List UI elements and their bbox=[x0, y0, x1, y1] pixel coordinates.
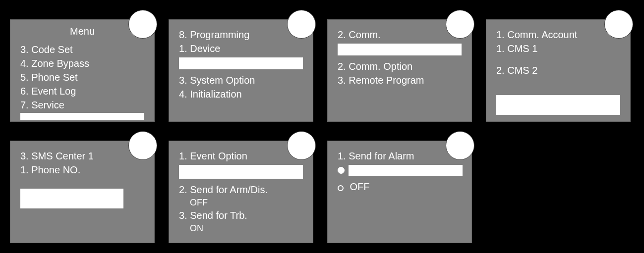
step-circle bbox=[446, 10, 474, 39]
selection-bar bbox=[349, 165, 463, 176]
selection-bar bbox=[338, 44, 462, 55]
selection-bar bbox=[496, 95, 620, 115]
menu-item: 4. Zone Bypass bbox=[20, 56, 89, 70]
input-bar[interactable] bbox=[20, 189, 123, 208]
selection-bar bbox=[179, 57, 303, 69]
menu-item: 2. Comm. bbox=[338, 28, 381, 42]
menu-item: 1. Phone NO. bbox=[20, 163, 94, 177]
selection-bar bbox=[179, 165, 303, 179]
step-circle bbox=[287, 131, 316, 160]
menu-item: 3. System Option bbox=[179, 73, 255, 87]
menu-item: 1. Device bbox=[179, 42, 249, 55]
menu-item: 3. SMS Center 1 bbox=[20, 149, 94, 163]
menu-item: 2. CMS 2 bbox=[496, 63, 577, 77]
menu-item: 8. Programming bbox=[179, 28, 249, 42]
panel-comm-account: 1. Comm. Account 1. CMS 1 2. CMS 2 bbox=[486, 19, 631, 122]
menu-item: 1. Send for Alarm bbox=[338, 149, 414, 163]
panel-sms-center: 3. SMS Center 1 1. Phone NO. bbox=[10, 141, 155, 243]
step-circle bbox=[128, 131, 157, 160]
menu-item: 5. Phone Set bbox=[20, 70, 89, 84]
menu-item: 3. Send for Trb. bbox=[179, 208, 268, 222]
menu-item: 1. Comm. Account bbox=[496, 28, 577, 42]
menu-item: 2. Send for Arm/Dis. bbox=[179, 183, 268, 197]
panel-menu: Menu 3. Code Set 4. Zone Bypass 5. Phone… bbox=[10, 19, 155, 122]
menu-item: 4. Initialization bbox=[179, 87, 255, 101]
step-circle bbox=[287, 10, 316, 39]
panel-send-for-alarm: 1. Send for Alarm OFF bbox=[327, 141, 472, 243]
panel-event-option: 1. Event Option 2. Send for Arm/Dis. OFF… bbox=[169, 141, 313, 243]
menu-item: 7. Service bbox=[20, 98, 89, 112]
menu-item: 2. Comm. Option bbox=[338, 59, 424, 73]
menu-item: 6. Event Log bbox=[20, 84, 89, 98]
menu-item: 3. Remote Program bbox=[338, 73, 424, 87]
menu-item: 3. Code Set bbox=[20, 43, 89, 56]
menu-title: Menu bbox=[70, 26, 95, 37]
panel-programming: 8. Programming 1. Device 3. System Optio… bbox=[169, 19, 313, 122]
menu-item: 1. CMS 1 bbox=[496, 42, 577, 55]
diagram-stage: Menu 3. Code Set 4. Zone Bypass 5. Phone… bbox=[0, 0, 644, 253]
radio-off-icon[interactable] bbox=[338, 185, 344, 191]
step-circle bbox=[446, 131, 474, 160]
step-circle bbox=[604, 10, 633, 39]
panel-comm: 2. Comm. 2. Comm. Option 3. Remote Progr… bbox=[327, 19, 472, 122]
radio-on-icon bbox=[338, 167, 345, 174]
option-off[interactable]: OFF bbox=[350, 181, 369, 192]
menu-item: 1. Event Option bbox=[179, 149, 247, 163]
menu-item-value: OFF bbox=[179, 197, 268, 208]
selection-bar bbox=[20, 113, 144, 120]
menu-item-value: ON bbox=[179, 222, 268, 234]
